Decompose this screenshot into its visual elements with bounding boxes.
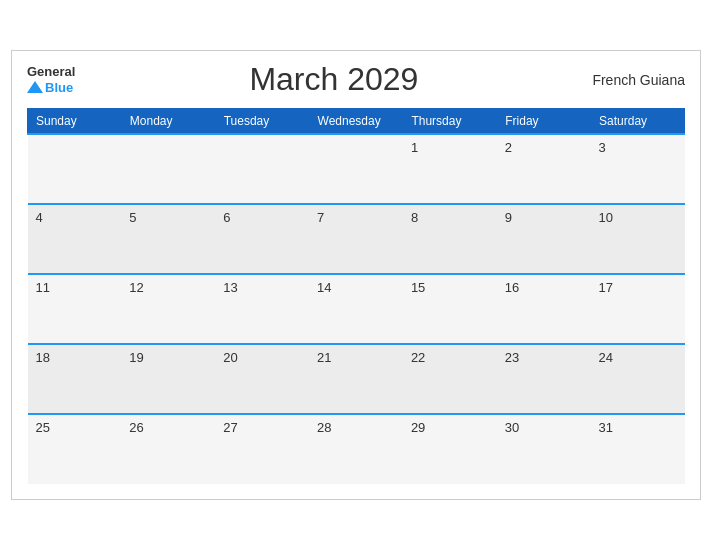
calendar-day-cell: 16 — [497, 274, 591, 344]
calendar-week-row: 18192021222324 — [28, 344, 685, 414]
calendar-week-row: 25262728293031 — [28, 414, 685, 484]
calendar-day-cell: 27 — [215, 414, 309, 484]
calendar-day-cell: 17 — [591, 274, 685, 344]
calendar-day-cell: 2 — [497, 134, 591, 204]
calendar-day-cell: 5 — [121, 204, 215, 274]
col-tuesday: Tuesday — [215, 109, 309, 135]
calendar-day-cell: 10 — [591, 204, 685, 274]
calendar-day-cell — [215, 134, 309, 204]
calendar-day-cell: 29 — [403, 414, 497, 484]
calendar-day-cell: 19 — [121, 344, 215, 414]
logo-blue-text: Blue — [27, 80, 75, 96]
calendar-day-cell: 24 — [591, 344, 685, 414]
logo: General Blue — [27, 64, 75, 95]
calendar-container: General Blue March 2029 French Guiana Su… — [11, 50, 701, 500]
calendar-day-cell: 23 — [497, 344, 591, 414]
calendar-day-cell: 22 — [403, 344, 497, 414]
calendar-day-cell — [28, 134, 122, 204]
calendar-day-cell: 31 — [591, 414, 685, 484]
calendar-day-cell: 15 — [403, 274, 497, 344]
calendar-week-row: 45678910 — [28, 204, 685, 274]
calendar-title: March 2029 — [249, 61, 418, 98]
calendar-day-cell: 6 — [215, 204, 309, 274]
calendar-day-cell: 28 — [309, 414, 403, 484]
logo-general-text: General — [27, 64, 75, 80]
calendar-day-cell: 4 — [28, 204, 122, 274]
col-sunday: Sunday — [28, 109, 122, 135]
calendar-day-cell: 8 — [403, 204, 497, 274]
col-wednesday: Wednesday — [309, 109, 403, 135]
calendar-day-cell: 18 — [28, 344, 122, 414]
calendar-week-row: 123 — [28, 134, 685, 204]
calendar-day-cell: 21 — [309, 344, 403, 414]
logo-triangle-icon — [27, 81, 43, 93]
calendar-day-cell — [121, 134, 215, 204]
col-friday: Friday — [497, 109, 591, 135]
calendar-day-cell — [309, 134, 403, 204]
calendar-day-cell: 3 — [591, 134, 685, 204]
calendar-header-row: Sunday Monday Tuesday Wednesday Thursday… — [28, 109, 685, 135]
calendar-day-cell: 13 — [215, 274, 309, 344]
calendar-day-cell: 11 — [28, 274, 122, 344]
calendar-header: General Blue March 2029 French Guiana — [27, 61, 685, 98]
calendar-week-row: 11121314151617 — [28, 274, 685, 344]
calendar-day-cell: 1 — [403, 134, 497, 204]
col-monday: Monday — [121, 109, 215, 135]
calendar-region: French Guiana — [592, 72, 685, 88]
col-saturday: Saturday — [591, 109, 685, 135]
calendar-day-cell: 26 — [121, 414, 215, 484]
col-thursday: Thursday — [403, 109, 497, 135]
calendar-day-cell: 25 — [28, 414, 122, 484]
calendar-day-cell: 7 — [309, 204, 403, 274]
calendar-day-cell: 20 — [215, 344, 309, 414]
calendar-day-cell: 9 — [497, 204, 591, 274]
calendar-day-cell: 12 — [121, 274, 215, 344]
calendar-day-cell: 30 — [497, 414, 591, 484]
calendar-table: Sunday Monday Tuesday Wednesday Thursday… — [27, 108, 685, 484]
calendar-day-cell: 14 — [309, 274, 403, 344]
